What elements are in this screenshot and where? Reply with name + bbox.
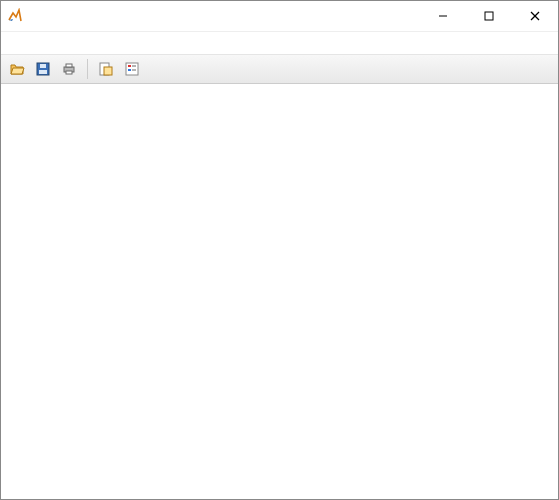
close-button[interactable] <box>512 1 558 31</box>
datacursor-button[interactable] <box>94 57 118 81</box>
legend-button[interactable] <box>120 57 144 81</box>
title-bar <box>1 1 558 32</box>
save-button[interactable] <box>31 57 55 81</box>
svg-rect-1 <box>485 12 493 20</box>
menu-bar <box>1 32 558 55</box>
minimize-button[interactable] <box>420 1 466 31</box>
axes-3d[interactable] <box>1 84 558 499</box>
svg-rect-8 <box>66 64 72 67</box>
svg-rect-14 <box>128 69 131 71</box>
maximize-button[interactable] <box>466 1 512 31</box>
svg-rect-12 <box>126 63 138 75</box>
svg-rect-9 <box>66 71 72 74</box>
svg-rect-5 <box>40 64 46 68</box>
surface-plot <box>1 84 558 499</box>
figure-window <box>0 0 559 500</box>
svg-rect-11 <box>104 67 112 75</box>
print-button[interactable] <box>57 57 81 81</box>
toolbar-separator <box>87 59 88 79</box>
menu-file[interactable] <box>7 41 19 45</box>
matlab-icon <box>7 8 23 24</box>
open-button[interactable] <box>5 57 29 81</box>
svg-rect-6 <box>39 70 47 74</box>
toolbar <box>1 55 558 84</box>
svg-rect-13 <box>128 65 131 67</box>
